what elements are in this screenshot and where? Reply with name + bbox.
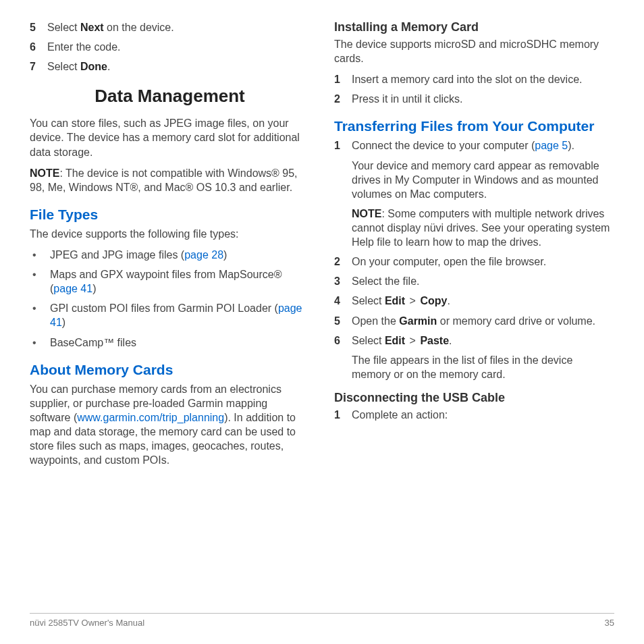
install-intro: The device supports microSD and microSDH…: [334, 37, 614, 65]
step-number: 6: [30, 40, 47, 54]
transfer-steps: 1 Connect the device to your computer (p…: [334, 138, 614, 381]
step-number: 1: [334, 72, 352, 86]
step-text: Select Edit > Copy.: [352, 294, 614, 308]
step-number: 1: [334, 138, 352, 249]
step-text: Select the file.: [352, 274, 614, 288]
step-text: Insert a memory card into the slot on th…: [352, 72, 614, 86]
disconnect-steps: 1 Complete an action:: [334, 408, 614, 422]
step-number: 2: [334, 92, 352, 106]
step-text: Connect the device to your computer (pag…: [352, 138, 614, 249]
page-link[interactable]: page 5: [535, 140, 568, 151]
step-text: Open the Garmin or memory card drive or …: [352, 314, 614, 328]
list-item: Maps and GPX waypoint files from MapSour…: [30, 267, 310, 296]
list-item: 3 Select the file.: [334, 274, 614, 288]
page-link[interactable]: page 28: [184, 249, 223, 261]
step-text: Enter the code.: [47, 40, 310, 54]
subheading-disconnect: Disconnecting the USB Cable: [334, 391, 614, 405]
list-item: 1 Connect the device to your computer (p…: [334, 138, 614, 249]
list-item: 1 Insert a memory card into the slot on …: [334, 72, 614, 86]
step-text: On your computer, open the file browser.: [352, 254, 614, 269]
list-item: 6 Select Edit > Paste. The file appears …: [334, 333, 614, 381]
list-item: 7 Select Done.: [30, 59, 310, 74]
page-footer: nüvi 2585TV Owner's Manual 35: [30, 613, 614, 628]
page-link[interactable]: page 41: [53, 283, 92, 294]
right-column: Installing a Memory Card The device supp…: [334, 20, 614, 594]
step-number: 1: [334, 408, 352, 422]
subheading-install: Installing a Memory Card: [334, 20, 614, 34]
filetypes-list: JPEG and JPG image files (page 28) Maps …: [30, 248, 310, 350]
step-text: Select Edit > Paste. The file appears in…: [352, 333, 614, 381]
note-paragraph: NOTE: The device is not compatible with …: [30, 166, 310, 194]
step-text: Complete an action:: [352, 408, 614, 422]
step-number: 2: [334, 254, 352, 269]
subheading-transfer: Transferring Files from Your Computer: [334, 118, 614, 134]
left-column: 5 Select Next on the device. 6 Enter the…: [30, 20, 310, 594]
filetypes-intro: The device supports the following file t…: [30, 227, 310, 241]
step-sub: Your device and memory card appear as re…: [352, 159, 614, 201]
list-item: 5 Open the Garmin or memory card drive o…: [334, 314, 614, 328]
list-item: 5 Select Next on the device.: [30, 20, 310, 34]
step-text: Select Done.: [47, 59, 310, 74]
step-text: Press it in until it clicks.: [352, 92, 614, 106]
step-sub: The file appears in the list of files in…: [352, 353, 614, 381]
list-item: GPI custom POI files from Garmin POI Loa…: [30, 301, 310, 329]
intro-paragraph: You can store files, such as JPEG image …: [30, 116, 310, 159]
step-number: 4: [334, 294, 352, 308]
page-number: 35: [605, 618, 614, 628]
footer-title: nüvi 2585TV Owner's Manual: [30, 618, 144, 628]
list-item: 4 Select Edit > Copy.: [334, 294, 614, 308]
step-number: 5: [30, 20, 47, 34]
step-note: NOTE: Some computers with multiple netwo…: [352, 207, 614, 249]
page-body: 5 Select Next on the device. 6 Enter the…: [0, 0, 644, 594]
list-item: 2 On your computer, open the file browse…: [334, 254, 614, 269]
subheading-file-types: File Types: [30, 207, 310, 223]
step-number: 7: [30, 59, 47, 74]
memcards-paragraph: You can purchase memory cards from an el…: [30, 382, 310, 468]
list-item: 2 Press it in until it clicks.: [334, 92, 614, 106]
step-number: 3: [334, 274, 352, 288]
list-item: 6 Enter the code.: [30, 40, 310, 54]
list-item: JPEG and JPG image files (page 28): [30, 248, 310, 262]
list-item: 1 Complete an action:: [334, 408, 614, 422]
install-steps: 1 Insert a memory card into the slot on …: [334, 72, 614, 106]
external-link[interactable]: www.garmin.com/trip_planning: [77, 412, 224, 423]
step-number: 6: [334, 333, 352, 381]
section-heading: Data Management: [30, 86, 310, 107]
step-text: Select Next on the device.: [47, 20, 310, 34]
step-number: 5: [334, 314, 352, 328]
list-item: BaseCamp™ files: [30, 336, 310, 350]
subheading-memory-cards: About Memory Cards: [30, 362, 310, 378]
top-steps-list: 5 Select Next on the device. 6 Enter the…: [30, 20, 310, 74]
